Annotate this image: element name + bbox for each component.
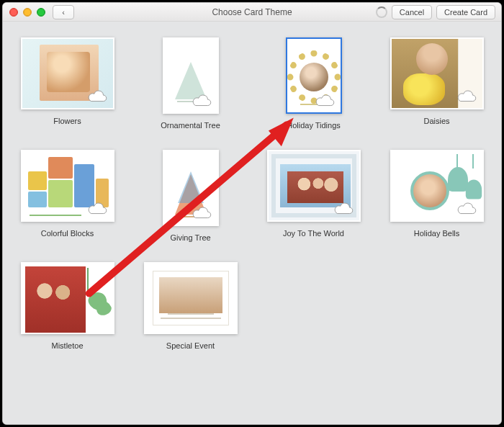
back-chevron-icon: ‹: [62, 8, 65, 17]
theme-thumb: [267, 150, 361, 222]
theme-card-flowers[interactable]: Flowers: [14, 37, 120, 130]
theme-thumb: [21, 37, 114, 109]
cloud-download-icon: [87, 202, 109, 216]
cloud-download-icon: [456, 89, 478, 104]
theme-thumb: [144, 262, 238, 334]
window-controls: [9, 8, 45, 17]
cloud-download-icon: [333, 202, 355, 216]
theme-card-holiday-tidings[interactable]: Holiday Tidings: [261, 37, 366, 130]
theme-picker-content[interactable]: Flowers Ornamental Tree: [3, 22, 501, 424]
minimize-window-button[interactable]: [23, 8, 32, 17]
theme-label: Ornamental Tree: [161, 121, 220, 130]
zoom-window-button[interactable]: [37, 8, 45, 17]
theme-card-giving-tree[interactable]: Giving Tree: [138, 150, 243, 242]
theme-card-daisies[interactable]: Daisies: [384, 37, 490, 130]
back-button[interactable]: ‹: [53, 5, 74, 19]
theme-thumb: [390, 150, 484, 222]
loading-spinner-icon: [376, 6, 387, 18]
cloud-download-icon: [87, 89, 109, 104]
close-window-button[interactable]: [9, 8, 18, 17]
theme-thumb: [163, 150, 219, 226]
theme-label: Mistletoe: [51, 341, 83, 350]
cloud-download-icon: [192, 94, 213, 108]
cloud-download-icon: [315, 94, 336, 108]
theme-thumb: [21, 262, 114, 334]
cloud-download-icon: [192, 206, 213, 220]
theme-label: Daisies: [423, 117, 449, 125]
theme-label: Giving Tree: [170, 233, 210, 242]
theme-label: Colorful Blocks: [41, 229, 94, 238]
titlebar: ‹ Choose Card Theme Cancel Create Card: [3, 3, 501, 22]
theme-label: Joy To The World: [283, 229, 344, 238]
cancel-button[interactable]: Cancel: [392, 5, 432, 19]
theme-card-joy-to-the-world[interactable]: Joy To The World: [261, 150, 366, 242]
theme-thumb: [390, 37, 484, 109]
theme-label: Holiday Bells: [414, 229, 460, 238]
create-card-button-label: Create Card: [444, 8, 487, 17]
theme-label: Special Event: [166, 341, 215, 350]
cancel-button-label: Cancel: [400, 8, 424, 17]
theme-label: Flowers: [53, 117, 81, 125]
theme-card-colorful-blocks[interactable]: Colorful Blocks: [14, 150, 120, 242]
theme-card-mistletoe[interactable]: Mistletoe: [14, 262, 120, 350]
theme-thumb: [21, 150, 114, 222]
cloud-download-icon: [456, 202, 478, 216]
theme-thumb: [163, 37, 219, 114]
theme-card-special-event[interactable]: Special Event: [138, 262, 243, 350]
theme-label: Holiday Tidings: [287, 121, 341, 130]
theme-thumb: [286, 37, 342, 114]
theme-grid: Flowers Ornamental Tree: [14, 37, 490, 350]
theme-card-holiday-bells[interactable]: Holiday Bells: [384, 150, 490, 242]
window: ‹ Choose Card Theme Cancel Create Card: [2, 2, 502, 425]
titlebar-right-group: Cancel Create Card: [376, 5, 495, 19]
create-card-button[interactable]: Create Card: [436, 5, 495, 19]
theme-card-ornamental-tree[interactable]: Ornamental Tree: [138, 37, 243, 130]
